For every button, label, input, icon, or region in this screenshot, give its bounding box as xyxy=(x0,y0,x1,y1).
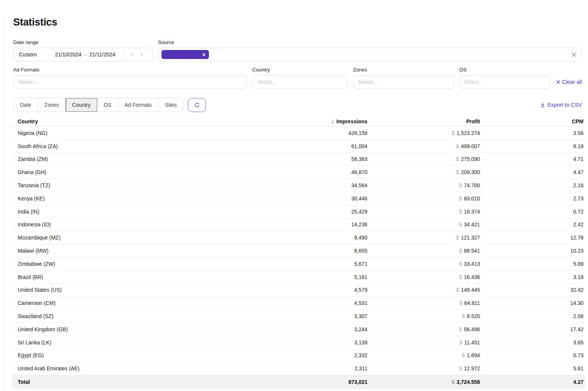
table-row: Kenya (KE)30,446$83.0102.73 xyxy=(12,192,585,205)
impressions-cell: 3,307 xyxy=(238,313,367,319)
profit-cell: $64.811 xyxy=(367,300,480,306)
impressions-cell: 8,655 xyxy=(238,248,367,254)
source-control[interactable] xyxy=(158,48,582,61)
export-csv-label: Export to CSV xyxy=(547,102,582,108)
currency-symbol: $ xyxy=(459,221,462,227)
statistics-page: Statistics Date range Custom 21/10/2024 … xyxy=(3,0,588,391)
header-cpm[interactable]: CPM xyxy=(480,118,585,124)
cpm-cell: 3.56 xyxy=(480,130,585,136)
prev-period-button[interactable] xyxy=(128,50,137,59)
refresh-button[interactable] xyxy=(188,98,206,112)
profit-value: 148.445 xyxy=(461,287,480,293)
date-range-values[interactable]: 21/10/2024 – 21/11/2024 xyxy=(55,52,115,58)
table-row: India (IN)25,429$18.3740.72 xyxy=(12,205,585,218)
impressions-cell: 3,139 xyxy=(238,339,367,346)
profit-cell: $121.327 xyxy=(367,235,480,241)
os-select[interactable]: Select... xyxy=(459,75,550,89)
date-range-filter: Date range Custom 21/10/2024 – 21/11/202… xyxy=(13,39,152,61)
currency-symbol: $ xyxy=(459,300,462,306)
ad-formats-label: Ad Formats xyxy=(13,67,247,73)
cpm-cell: 3.65 xyxy=(480,339,585,346)
cpm-cell: 5.89 xyxy=(480,261,585,267)
cpm-cell: 2.73 xyxy=(480,196,585,202)
tab-zones[interactable]: Zones xyxy=(38,98,66,112)
impressions-cell: 3,244 xyxy=(238,326,367,332)
tab-country[interactable]: Country xyxy=(66,98,97,112)
profit-value: 88.541 xyxy=(464,248,480,254)
source-clear-button[interactable] xyxy=(571,52,577,58)
profit-cell: $275.090 xyxy=(367,156,480,162)
country-cell: Zambia (ZM) xyxy=(12,156,238,162)
profit-value: 12.972 xyxy=(464,365,480,371)
tab-sites[interactable]: Sites xyxy=(158,98,183,112)
profit-cell: $11.451 xyxy=(367,339,480,346)
table-row: Indonesia (ID)14,236$34.4212.42 xyxy=(12,218,585,232)
profit-value: 1,523.274 xyxy=(457,130,480,136)
next-period-button[interactable] xyxy=(137,50,146,59)
chip-remove-icon[interactable] xyxy=(202,53,206,56)
clear-all-label: Clear all xyxy=(562,79,582,85)
currency-symbol: $ xyxy=(459,248,462,254)
country-cell: United Kingdom (GB) xyxy=(12,326,238,332)
country-filter: Country Select... xyxy=(252,67,348,89)
profit-value: 56.496 xyxy=(464,326,480,332)
currency-symbol: $ xyxy=(459,209,462,215)
date-start[interactable]: 21/10/2024 xyxy=(55,52,81,58)
clear-all-button[interactable]: Clear all xyxy=(556,79,582,85)
table-row: Ghana (GH)46,870$209.3004.47 xyxy=(12,166,585,179)
total-cpm: 4.27 xyxy=(480,379,585,385)
date-range-mode[interactable]: Custom xyxy=(19,52,37,58)
tab-os[interactable]: OS xyxy=(97,98,118,112)
header-profit[interactable]: Profit xyxy=(367,118,480,124)
date-end[interactable]: 21/11/2024 xyxy=(90,52,116,58)
tab-ad-formats[interactable]: Ad Formats xyxy=(118,98,158,112)
table-row: Tanzania (TZ)34,564$74.7002.16 xyxy=(12,179,585,192)
impressions-cell: 2,332 xyxy=(238,352,367,358)
clear-all-x-icon xyxy=(556,80,560,84)
country-cell: Malawi (MW) xyxy=(12,248,238,254)
ad-formats-select[interactable]: Select... xyxy=(13,75,247,89)
header-impressions[interactable]: ↓Impressions xyxy=(238,118,367,124)
country-select[interactable]: Select... xyxy=(252,75,348,89)
zones-label: Zones xyxy=(353,67,454,73)
country-cell: Cameroon (CM) xyxy=(12,300,238,306)
header-country[interactable]: Country xyxy=(12,118,238,124)
profit-value: 209.300 xyxy=(461,169,480,175)
view-toolbar: DateZonesCountryOSAd FormatsSites Export… xyxy=(13,98,582,112)
filter-row-primary: Date range Custom 21/10/2024 – 21/11/202… xyxy=(13,39,582,61)
impressions-cell: 4,531 xyxy=(238,300,367,306)
impressions-cell: 34,564 xyxy=(238,182,367,188)
currency-symbol: $ xyxy=(456,169,459,175)
profit-cell: $33.413 xyxy=(367,261,480,267)
profit-cell: $88.541 xyxy=(367,248,480,254)
impressions-cell: 61,004 xyxy=(238,143,367,149)
profit-value: 83.010 xyxy=(464,196,480,202)
profit-cell: $209.300 xyxy=(367,169,480,175)
chevron-left-icon xyxy=(130,52,135,57)
source-filter: Source xyxy=(158,39,582,61)
zones-placeholder: Select... xyxy=(358,79,377,85)
profit-value: 18.374 xyxy=(464,209,480,215)
tab-date[interactable]: Date xyxy=(14,98,38,112)
source-chip[interactable] xyxy=(161,50,209,59)
export-csv-button[interactable]: Export to CSV xyxy=(540,102,582,108)
cpm-cell: 12.78 xyxy=(480,235,585,241)
profit-cell: $12.972 xyxy=(367,365,480,371)
zones-select[interactable]: Select... xyxy=(353,75,454,89)
source-label: Source xyxy=(158,39,582,45)
date-range-control[interactable]: Custom 21/10/2024 – 21/11/2024 xyxy=(13,48,152,61)
close-icon xyxy=(571,52,577,58)
currency-symbol: $ xyxy=(462,352,465,358)
date-range-label: Date range xyxy=(13,39,152,45)
country-cell: Sri Lanka (LK) xyxy=(12,339,238,346)
impressions-cell: 9,490 xyxy=(238,235,367,241)
cpm-cell: 14.30 xyxy=(480,300,585,306)
date-dash: – xyxy=(84,52,87,58)
statistics-table: Country ↓Impressions Profit CPM Nigeria … xyxy=(12,117,585,389)
ad-formats-filter: Ad Formats Select... xyxy=(13,67,247,89)
currency-symbol: $ xyxy=(456,156,459,162)
currency-symbol: $ xyxy=(462,313,465,319)
country-cell: Mozambique (MZ) xyxy=(12,235,238,241)
country-cell: Nigeria (NG) xyxy=(12,130,238,136)
table-header: Country ↓Impressions Profit CPM xyxy=(12,117,585,127)
